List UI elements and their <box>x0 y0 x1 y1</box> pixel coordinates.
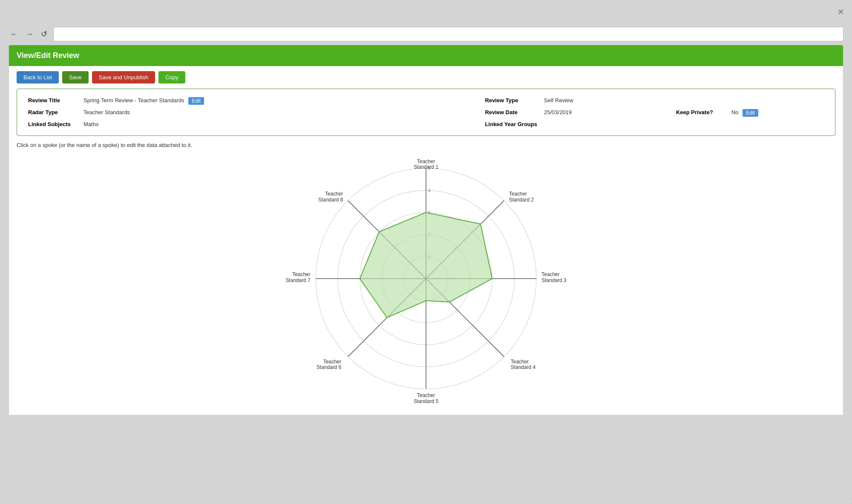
review-info: Review Title Spring Term Review - Teache… <box>17 89 835 136</box>
subjects-label: Linked Subjects <box>25 119 80 130</box>
svg-text:Standard 2: Standard 2 <box>509 197 534 203</box>
spoke-label-ts8[interactable]: Teacher <box>325 191 343 197</box>
keep-private-value: No Edit <box>728 107 827 119</box>
svg-text:4: 4 <box>428 188 430 193</box>
save-button[interactable]: Save <box>62 71 89 84</box>
instruction: Click on a spoke (or the name of a spoke… <box>17 142 835 148</box>
keep-private-edit-button[interactable]: Edit <box>743 109 758 117</box>
review-date-value: 25/03/2019 <box>541 107 647 119</box>
page-title: View/Edit Review <box>17 51 79 60</box>
spoke-label-ts6[interactable]: Teacher <box>323 359 341 365</box>
save-unpublish-button[interactable]: Save and Unpublish <box>92 71 155 84</box>
svg-text:Standard 6: Standard 6 <box>317 364 342 370</box>
chart-container[interactable]: 1 2 3 4 5 <box>9 151 843 415</box>
review-table: Review Title Spring Term Review - Teache… <box>25 95 827 130</box>
review-date-label: Review Date <box>481 107 541 119</box>
review-type-label: Review Type <box>481 95 541 107</box>
year-groups-value <box>541 119 647 130</box>
close-button[interactable]: × <box>838 6 843 17</box>
back-button[interactable]: ← <box>9 29 20 40</box>
subjects-row: Linked Subjects Maths Linked Year Groups <box>25 119 827 130</box>
title-bar: × <box>0 0 852 23</box>
review-title-label: Review Title <box>25 95 80 107</box>
copy-button[interactable]: Copy <box>158 71 185 84</box>
back-to-list-button[interactable]: Back to List <box>17 71 59 84</box>
review-title-value: Spring Term Review - Teacher Standards E… <box>80 95 456 107</box>
spoke-label-ts3[interactable]: Teacher <box>541 271 559 277</box>
spoke-label-ts5[interactable]: Teacher <box>417 392 435 398</box>
year-groups-label: Linked Year Groups <box>481 119 541 130</box>
radar-chart[interactable]: 1 2 3 4 5 <box>277 155 575 402</box>
svg-text:Standard 5: Standard 5 <box>414 398 439 404</box>
spoke-label-ts2[interactable]: Teacher <box>509 191 527 197</box>
radar-type-label: Radar Type <box>25 107 80 119</box>
spoke-label-ts7[interactable]: Teacher <box>292 271 310 277</box>
spoke-label-ts4[interactable]: Teacher <box>511 359 529 365</box>
reload-button[interactable]: ↺ <box>39 29 49 40</box>
keep-private-label: Keep Private? <box>673 107 728 119</box>
review-title-edit-button[interactable]: Edit <box>188 97 204 105</box>
content-area: View/Edit Review Back to List Save Save … <box>9 45 843 415</box>
address-bar[interactable] <box>53 27 843 41</box>
spoke-label-ts1[interactable]: Teacher <box>417 158 435 164</box>
svg-text:Standard 1: Standard 1 <box>414 164 439 170</box>
svg-text:Standard 4: Standard 4 <box>511 364 536 370</box>
toolbar: Back to List Save Save and Unpublish Cop… <box>9 66 843 89</box>
instruction-text: Click on a spoke (or the name of a spoke… <box>17 142 192 148</box>
browser-window: × ← → ↺ View/Edit Review Back to List Sa… <box>0 0 852 504</box>
browser-bar: ← → ↺ <box>0 23 852 45</box>
radar-type-value: Teacher Standards <box>80 107 456 119</box>
subjects-value: Maths <box>80 119 456 130</box>
page-header: View/Edit Review <box>9 45 843 66</box>
review-type-value: Self Review <box>541 95 647 107</box>
review-title-row: Review Title Spring Term Review - Teache… <box>25 95 827 107</box>
radar-row: Radar Type Teacher Standards Review Date… <box>25 107 827 119</box>
svg-text:Standard 7: Standard 7 <box>285 277 311 283</box>
forward-button[interactable]: → <box>24 29 35 40</box>
svg-text:Standard 8: Standard 8 <box>318 197 343 203</box>
svg-text:Standard 3: Standard 3 <box>541 277 567 283</box>
